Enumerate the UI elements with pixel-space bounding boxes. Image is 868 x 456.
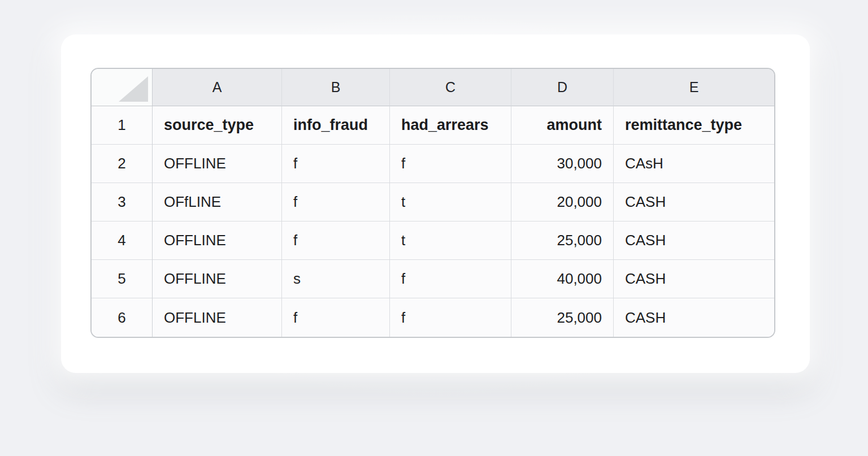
cell-A2[interactable]: OFFLINE [153, 145, 282, 183]
cell-D2[interactable]: 30,000 [511, 145, 614, 183]
sheet-card: A B C D E 1 source_type info_fraud had_a… [61, 34, 810, 373]
cell-C6[interactable]: f [390, 298, 511, 337]
cell-A6[interactable]: OFFLINE [153, 298, 282, 337]
cell-B5[interactable]: s [282, 260, 390, 298]
cell-C4[interactable]: t [390, 222, 511, 260]
cell-D4[interactable]: 25,000 [511, 222, 614, 260]
cell-A3[interactable]: OFfLINE [153, 183, 282, 222]
spreadsheet: A B C D E 1 source_type info_fraud had_a… [90, 68, 775, 338]
cell-D1[interactable]: amount [511, 106, 614, 145]
cell-E3[interactable]: CASH [614, 183, 774, 222]
cell-B2[interactable]: f [282, 145, 390, 183]
column-header-D[interactable]: D [511, 69, 614, 106]
cell-D3[interactable]: 20,000 [511, 183, 614, 222]
column-header-A[interactable]: A [153, 69, 282, 106]
row-header-4[interactable]: 4 [92, 222, 153, 260]
cell-B6[interactable]: f [282, 298, 390, 337]
row-header-2[interactable]: 2 [92, 145, 153, 183]
cell-C3[interactable]: t [390, 183, 511, 222]
cell-C1[interactable]: had_arrears [390, 106, 511, 145]
select-all-cell[interactable] [92, 69, 153, 106]
column-header-C[interactable]: C [390, 69, 511, 106]
row-header-6[interactable]: 6 [92, 298, 153, 337]
cell-D6[interactable]: 25,000 [511, 298, 614, 337]
cell-A1[interactable]: source_type [153, 106, 282, 145]
cell-E4[interactable]: CASH [614, 222, 774, 260]
cell-C2[interactable]: f [390, 145, 511, 183]
column-header-B[interactable]: B [282, 69, 390, 106]
select-all-triangle-icon [119, 76, 148, 102]
row-header-5[interactable]: 5 [92, 260, 153, 298]
cell-C5[interactable]: f [390, 260, 511, 298]
cell-A4[interactable]: OFFLINE [153, 222, 282, 260]
cell-B1[interactable]: info_fraud [282, 106, 390, 145]
cell-B4[interactable]: f [282, 222, 390, 260]
cell-A5[interactable]: OFFLINE [153, 260, 282, 298]
cell-E1[interactable]: remittance_type [614, 106, 774, 145]
row-header-3[interactable]: 3 [92, 183, 153, 222]
column-header-E[interactable]: E [614, 69, 774, 106]
cell-D5[interactable]: 40,000 [511, 260, 614, 298]
cell-E5[interactable]: CASH [614, 260, 774, 298]
cell-E2[interactable]: CAsH [614, 145, 774, 183]
page-background: A B C D E 1 source_type info_fraud had_a… [0, 0, 868, 456]
row-header-1[interactable]: 1 [92, 106, 153, 145]
cell-E6[interactable]: CASH [614, 298, 774, 337]
cell-B3[interactable]: f [282, 183, 390, 222]
